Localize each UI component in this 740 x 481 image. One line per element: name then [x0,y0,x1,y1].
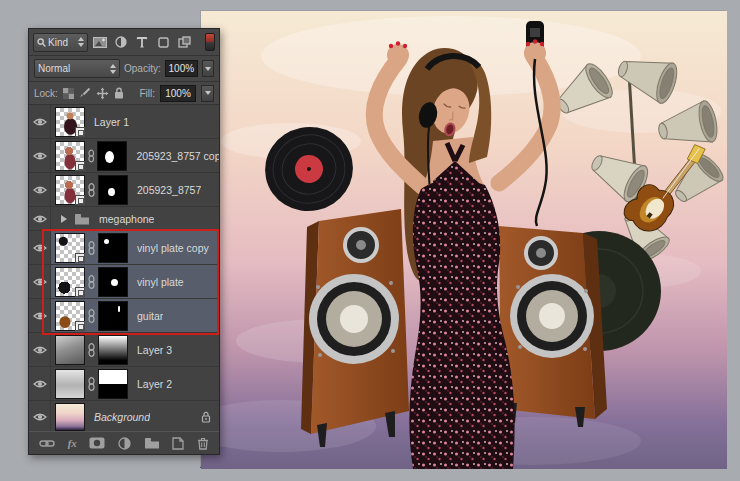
visibility-toggle[interactable] [29,207,51,230]
lock-transparency-icon[interactable] [63,88,74,99]
layer-name[interactable]: vinyl plate [137,276,184,288]
mask-link-icon[interactable] [88,275,95,289]
layer-name[interactable]: vinyl plate copy [137,242,209,254]
layer-thumbnail[interactable] [55,233,85,263]
mask-link-icon[interactable] [88,343,95,357]
eye-icon [33,151,47,161]
lock-position-icon[interactable] [96,87,109,100]
kind-spinner [78,37,84,47]
blend-mode-select[interactable]: Normal [34,59,120,78]
fill-dropdown-arrow[interactable] [201,85,214,102]
layer-thumbnail[interactable] [55,107,85,137]
layer-row-megaphone-group[interactable]: megaphone [29,207,219,231]
layer-row-guitar[interactable]: guitar [29,299,219,333]
visibility-toggle[interactable] [29,367,51,400]
layer-thumbnail[interactable] [55,141,85,171]
layer-mask-thumbnail[interactable] [97,141,127,171]
layer-row-205923-copy[interactable]: 205923_8757 copy [29,139,219,173]
opacity-label: Opacity: [124,63,161,74]
visibility-toggle[interactable] [29,333,51,366]
type-filter-icon [136,36,148,48]
folder-icon [74,213,90,225]
mask-link-icon[interactable] [88,377,95,391]
lock-all-icon[interactable] [114,87,124,99]
lock-label: Lock: [34,88,58,99]
shape-filter-icon [158,37,169,48]
layer-name[interactable]: Layer 3 [137,344,172,356]
layer-mask-thumbnail[interactable] [98,233,128,263]
layer-mask-thumbnail[interactable] [98,301,128,331]
layer-name[interactable]: 205923_8757 copy [136,150,219,162]
filter-kind-dropdown[interactable]: Kind [33,33,88,52]
delete-layer-icon[interactable] [197,437,209,450]
eye-icon [33,214,47,224]
layer-row-layer1[interactable]: Layer 1 [29,105,219,139]
mask-link-icon[interactable] [88,149,94,163]
visibility-toggle[interactable] [29,401,51,432]
blend-opacity-bar: Normal Opacity: 100% [29,56,219,82]
eye-icon [33,311,47,321]
layer-row-205923[interactable]: 205923_8757 [29,173,219,207]
layer-name[interactable]: guitar [137,310,163,322]
layer-row-background[interactable]: Background [29,401,219,433]
layer-name[interactable]: megaphone [99,213,154,225]
new-group-icon[interactable] [144,437,160,449]
lock-paint-icon[interactable] [79,87,91,99]
link-layers-icon[interactable] [39,439,55,448]
new-layer-icon[interactable] [172,437,184,450]
opacity-value[interactable]: 100% [165,60,198,77]
layer-thumbnail[interactable] [55,403,85,431]
fill-label: Fill: [139,88,155,99]
left-speaker [301,209,409,447]
layer-thumbnail[interactable] [55,369,85,399]
layer-mask-thumbnail[interactable] [98,369,128,399]
visibility-toggle[interactable] [29,231,51,264]
blend-mode-spinner [110,64,116,74]
layer-row-vinyl-plate[interactable]: vinyl plate [29,265,219,299]
adjustment-filter-icon [115,36,127,48]
eye-icon [33,277,47,287]
layer-thumbnail[interactable] [55,335,85,365]
layer-thumbnail[interactable] [55,301,85,331]
visibility-toggle[interactable] [29,173,51,206]
adjustment-layer-icon[interactable] [118,437,131,450]
opacity-dropdown-arrow[interactable] [202,60,214,77]
layer-name[interactable]: Layer 2 [137,378,172,390]
layer-name[interactable]: Layer 1 [94,116,129,128]
right-speaker [499,226,607,427]
layer-name[interactable]: 205923_8757 [137,184,201,196]
layer-mask-thumbnail[interactable] [98,175,128,205]
visibility-toggle[interactable] [29,139,51,172]
layer-thumbnail[interactable] [55,175,85,205]
mask-link-icon[interactable] [88,241,95,255]
smart-object-filter-icon [178,36,191,48]
group-collapse-arrow[interactable] [61,215,67,223]
fill-value[interactable]: 100% [160,85,196,102]
layer-row-vinyl-plate-copy[interactable]: vinyl plate copy [29,231,219,265]
layer-name[interactable]: Background [94,411,150,423]
visibility-toggle[interactable] [29,105,51,138]
type-filter-button[interactable] [133,33,151,51]
mask-link-icon[interactable] [88,309,95,323]
filter-kind-label: Kind [48,37,68,48]
layers-panel-toolbar: fx [29,431,219,454]
visibility-toggle[interactable] [29,265,51,298]
photoshop-document-canvas[interactable] [200,10,726,468]
filter-toggle-switch[interactable] [205,33,215,51]
pixel-filter-button[interactable] [91,33,109,51]
layer-mask-thumbnail[interactable] [98,267,128,297]
shape-filter-button[interactable] [154,33,172,51]
layer-row-layer3[interactable]: Layer 3 [29,333,219,367]
visibility-toggle[interactable] [29,299,51,332]
layer-mask-thumbnail[interactable] [98,335,128,365]
adjustment-filter-button[interactable] [112,33,130,51]
smart-object-filter-button[interactable] [175,33,193,51]
mask-link-icon[interactable] [88,183,95,197]
layer-row-layer2[interactable]: Layer 2 [29,367,219,401]
eye-icon [33,243,47,253]
smart-object-badge [75,287,85,297]
eye-icon [33,117,47,127]
layer-style-icon[interactable]: fx [68,437,77,449]
add-layer-mask-icon[interactable] [89,437,105,449]
layer-thumbnail[interactable] [55,267,85,297]
